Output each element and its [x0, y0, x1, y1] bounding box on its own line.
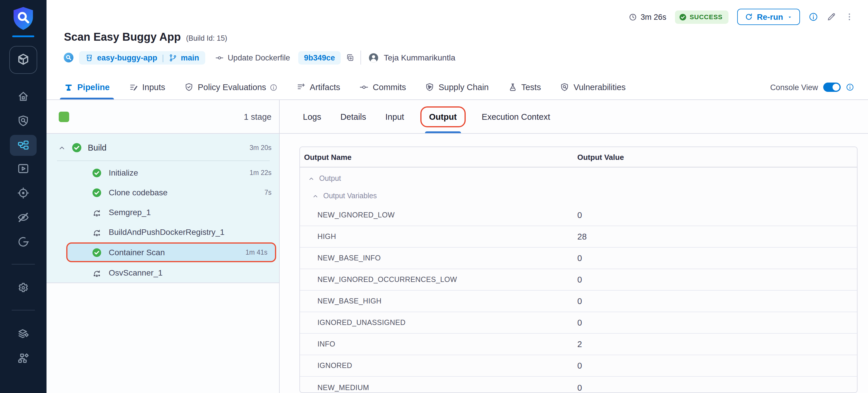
stage-row-build[interactable]: Build 3m 20s — [46, 135, 279, 160]
step-row-semgrep-1[interactable]: Semgrep_1 — [46, 202, 279, 222]
success-check-icon — [71, 143, 82, 153]
tab-policy-evaluations[interactable]: Policy Evaluations — [184, 75, 277, 99]
detail-tab-details[interactable]: Details — [340, 100, 366, 133]
console-view-toggle[interactable] — [823, 83, 841, 92]
output-name: NEW_IGNORED_LOW — [300, 211, 573, 219]
sidebar-item-org-gear[interactable] — [10, 346, 37, 370]
console-view-label: Console View — [770, 83, 818, 92]
step-name: BuildAndPushDockerRegistry_1 — [109, 227, 224, 237]
shield-search-icon — [560, 83, 569, 92]
output-value: 0 — [573, 361, 857, 370]
caret-down-icon — [787, 14, 793, 20]
sidebar-divider — [12, 264, 35, 265]
detail-tab-logs[interactable]: Logs — [303, 100, 321, 133]
sidebar-item-eye-off[interactable] — [10, 206, 37, 229]
step-pending-icon — [92, 207, 102, 217]
tab-label: Artifacts — [310, 83, 340, 92]
step-duration: 1m 41s — [246, 249, 268, 256]
output-name: IGNORED — [300, 362, 573, 370]
success-check-icon — [92, 168, 102, 178]
output-value: 2 — [573, 339, 857, 349]
sidebar-item-cube[interactable] — [9, 46, 37, 74]
edit-pipeline-button[interactable] — [827, 12, 836, 22]
sidebar-item-power[interactable] — [10, 230, 37, 253]
sidebar-item-play-square[interactable] — [10, 157, 37, 180]
shield-check-icon — [184, 83, 194, 92]
step-row-osvscanner-1[interactable]: OsvScanner_1 — [46, 263, 279, 282]
pipeline-tab-icon — [64, 83, 73, 92]
detail-tab-output[interactable]: Output — [423, 100, 463, 133]
detail-tabbar: LogsDetailsInputOutputExecution Context — [280, 100, 868, 134]
step-row-container-scan[interactable]: Container Scan1m 41s — [66, 242, 276, 262]
detail-tab-input[interactable]: Input — [385, 100, 404, 133]
info-button[interactable] — [809, 12, 818, 22]
gear-icon — [17, 281, 30, 294]
sidebar-item-layers-gear[interactable] — [10, 322, 37, 345]
sidebar-item-pipeline-nav[interactable] — [10, 135, 37, 156]
commit-icon — [215, 53, 223, 62]
sidebar-item-shield-search[interactable] — [10, 109, 37, 132]
tab-supply-chain[interactable]: Supply Chain — [425, 75, 489, 99]
output-row-new-ignored-occurrences-low: NEW_IGNORED_OCCURRENCES_LOW0 — [300, 269, 857, 291]
check-circle-icon — [679, 13, 687, 21]
step-name: Container Scan — [109, 248, 165, 257]
branch-icon — [168, 53, 177, 62]
tab-artifacts[interactable]: Artifacts — [297, 75, 340, 99]
column-output-value: Output Value — [573, 153, 857, 162]
step-name: Semgrep_1 — [109, 208, 151, 217]
main-area: 3m 26s SUCCESS Re-run — [46, 0, 868, 393]
header-actions: 3m 26s SUCCESS Re-run — [628, 9, 854, 25]
tab-pipeline[interactable]: Pipeline — [64, 75, 110, 99]
main-tabbar: PipelineInputsPolicy EvaluationsArtifact… — [46, 75, 868, 99]
sidebar-item-target[interactable] — [10, 181, 37, 205]
rerun-button[interactable]: Re-run — [737, 9, 800, 25]
sidebar-item-gear[interactable] — [10, 276, 37, 299]
column-output-name: Output Name — [300, 153, 573, 162]
sidebar-item-home[interactable] — [10, 85, 37, 108]
commit-icon — [359, 83, 369, 92]
detail-tab-label: Input — [385, 112, 404, 121]
repository-icon — [85, 53, 94, 62]
app: 3m 26s SUCCESS Re-run — [0, 0, 868, 393]
repo-branch-pill[interactable]: easy-buggy-app | main — [79, 51, 205, 64]
sidebar — [0, 0, 46, 393]
output-group-output[interactable]: Output — [300, 170, 857, 187]
group-label: Output — [319, 174, 341, 183]
chevron-up-icon — [58, 144, 66, 151]
more-options-button[interactable] — [845, 12, 854, 22]
tab-label: Inputs — [142, 83, 165, 92]
output-group-output-variables[interactable]: Output Variables — [300, 187, 857, 205]
detail-tab-execution-context[interactable]: Execution Context — [482, 100, 550, 133]
refresh-icon — [745, 13, 753, 21]
output-row-high: HIGH28 — [300, 226, 857, 248]
copy-icon — [345, 53, 354, 62]
copy-sha-button[interactable] — [345, 53, 354, 62]
avatar — [368, 52, 379, 63]
step-row-buildandpushdockerregistry-1[interactable]: BuildAndPushDockerRegistry_1 — [46, 222, 279, 242]
console-info-button[interactable] — [846, 83, 854, 91]
console-view-control: Console View — [770, 75, 854, 99]
pencil-icon — [827, 12, 836, 22]
step-name: Clone codebase — [109, 188, 167, 197]
stage-tree: Build 3m 20s Initialize1m 22sClone codeb… — [46, 134, 279, 283]
step-row-clone-codebase[interactable]: Clone codebase7s — [46, 183, 279, 202]
tab-commits[interactable]: Commits — [359, 75, 406, 99]
tab-label: Commits — [373, 83, 406, 92]
stage-duration: 3m 20s — [250, 144, 272, 151]
commit-sha-pill[interactable]: 9b349ce — [298, 51, 341, 64]
tab-vulnerabilities[interactable]: Vulnerabilities — [560, 75, 626, 99]
step-row-initialize[interactable]: Initialize1m 22s — [46, 163, 279, 183]
tab-inputs[interactable]: Inputs — [129, 75, 165, 99]
output-value: 0 — [573, 297, 857, 306]
output-name: INFO — [300, 340, 573, 348]
dots-vertical-icon — [845, 12, 854, 22]
output-name: IGNORED_UNASSIGNED — [300, 319, 573, 327]
step-pending-icon — [92, 227, 102, 237]
output-row-ignored-unassigned: IGNORED_UNASSIGNED0 — [300, 312, 857, 334]
execution-header: 3m 26s SUCCESS Re-run — [46, 0, 868, 100]
output-name: NEW_MEDIUM — [300, 384, 573, 392]
cube-icon — [16, 52, 31, 67]
output-name: NEW_BASE_HIGH — [300, 297, 573, 305]
tab-tests[interactable]: Tests — [508, 75, 541, 99]
info-icon — [270, 84, 277, 91]
